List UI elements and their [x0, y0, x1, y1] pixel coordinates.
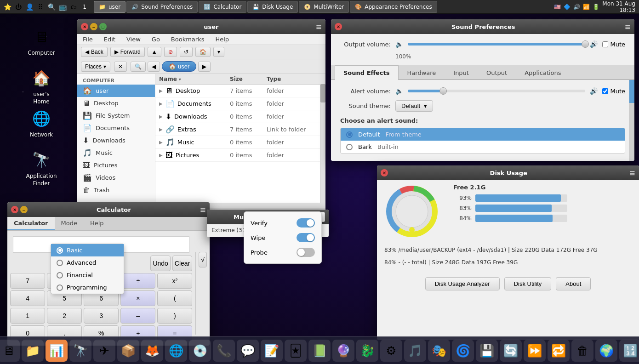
- dock-icon-calculator[interactable]: 🔢: [619, 340, 639, 362]
- undo-button[interactable]: Undo: [150, 256, 170, 271]
- mute-checkbox-output[interactable]: Mute: [602, 41, 625, 48]
- dock-icon-phone[interactable]: 📞: [213, 340, 235, 362]
- dock-icon-disc[interactable]: 💿: [189, 340, 211, 362]
- dock-icon-chart[interactable]: 📊: [46, 340, 68, 362]
- alert-item-bark[interactable]: Bark Built-in: [341, 141, 625, 153]
- dock-icon-msg[interactable]: 💬: [237, 340, 259, 362]
- filemanager-menu-icon[interactable]: ≡: [316, 23, 322, 31]
- dock-icon-steam[interactable]: 💾: [476, 340, 498, 362]
- refresh-button[interactable]: ↺: [180, 47, 193, 57]
- volume-icon[interactable]: 🔊: [573, 4, 580, 10]
- menu-bookmarks[interactable]: Bookmarks: [169, 35, 206, 44]
- menu-help[interactable]: Help: [213, 35, 231, 44]
- dock-icon-writer[interactable]: 🃏: [285, 340, 307, 362]
- calc-min-button[interactable]: –: [20, 206, 28, 213]
- filemanager-close-button[interactable]: ✕: [81, 23, 88, 30]
- sound-close-button[interactable]: ✕: [335, 23, 342, 30]
- desktop-icon-computer[interactable]: 🖥 Computer: [23, 23, 60, 60]
- btn-close-paren[interactable]: ): [157, 308, 192, 324]
- clear-button[interactable]: Clear: [172, 256, 192, 271]
- desktop-icon-home[interactable]: 🏠 user's Home: [23, 64, 60, 108]
- tab-mode[interactable]: Mode: [55, 217, 84, 230]
- sound-scrollbar[interactable]: [629, 80, 634, 161]
- sound-menu-icon[interactable]: ≡: [625, 23, 631, 31]
- file-row-music[interactable]: ▶ 🎵 Music 0 items folder: [155, 136, 325, 149]
- alert-volume-knob[interactable]: [439, 87, 447, 95]
- user-icon[interactable]: 👤: [25, 2, 34, 11]
- dock-icon-vlc[interactable]: 🎭: [428, 340, 450, 362]
- dock-icon-firefox[interactable]: 🦊: [141, 340, 163, 362]
- dock-icon-trash[interactable]: 🗑: [571, 340, 593, 362]
- forward-button[interactable]: ▶ Forward: [110, 47, 145, 57]
- calc-menu-icon[interactable]: ≡: [200, 205, 206, 214]
- wipe-toggle[interactable]: [297, 233, 315, 242]
- sidebar-item-documents[interactable]: 📄 Documents: [77, 122, 155, 134]
- dock-icon-chrome[interactable]: 🌐: [165, 340, 187, 362]
- about-button[interactable]: About: [556, 277, 591, 290]
- mute-check-alert[interactable]: [602, 88, 608, 94]
- tab-applications[interactable]: Applications: [516, 65, 570, 80]
- breadcrumb-right-button[interactable]: ▶: [198, 62, 211, 72]
- file-row-documents[interactable]: ▶ 📄 Documents 0 items folder: [155, 97, 325, 110]
- sidebar-item-user[interactable]: 🏠 user: [77, 85, 155, 97]
- menu-view[interactable]: View: [125, 35, 143, 44]
- breadcrumb-left-button[interactable]: ◀: [148, 62, 160, 72]
- sidebar-item-trash[interactable]: 🗑 Trash: [77, 184, 155, 196]
- mode-basic[interactable]: Basic: [51, 244, 124, 256]
- fm-scrollbar[interactable]: [320, 84, 325, 203]
- taskbar-app-appearance[interactable]: 🎨Appearance Preferences: [350, 1, 437, 13]
- disk-utility-button[interactable]: Disk Utility: [504, 277, 552, 290]
- dock-icon-qbittorrent[interactable]: 🌀: [452, 340, 474, 362]
- mode-financial[interactable]: Financial: [51, 269, 124, 281]
- apps-icon[interactable]: ⠿: [36, 2, 45, 11]
- disk-menu-icon[interactable]: ≡: [629, 169, 635, 177]
- window-num[interactable]: 1: [80, 2, 89, 11]
- btn-sub[interactable]: –: [120, 308, 155, 324]
- desktop-icon-appfinder[interactable]: 🔭 ApplicationFinder: [23, 146, 60, 190]
- output-volume-slider[interactable]: [408, 43, 585, 46]
- sidebar-item-music[interactable]: 🎵 Music: [77, 147, 155, 159]
- verify-toggle[interactable]: [297, 218, 315, 228]
- btn-x2[interactable]: x²: [157, 273, 192, 289]
- dock-icon-word[interactable]: 📝: [261, 340, 283, 362]
- breadcrumb-search-button[interactable]: 🔍: [131, 62, 146, 72]
- btn-4[interactable]: 4: [10, 290, 45, 306]
- btn-1[interactable]: 1: [10, 308, 45, 324]
- tab-calc-help[interactable]: Help: [84, 217, 110, 230]
- terminal-icon[interactable]: 📺: [58, 2, 67, 11]
- dock-icon-plane[interactable]: ✈: [93, 340, 115, 362]
- power-icon[interactable]: ⏻: [14, 2, 23, 11]
- menu-edit[interactable]: Edit: [102, 35, 117, 44]
- dock-icon-impress[interactable]: 🔮: [332, 340, 354, 362]
- breadcrumb-user[interactable]: 🏠 user: [162, 61, 196, 72]
- home-nav-button[interactable]: 🏠: [195, 47, 211, 57]
- dock-icon-monitor[interactable]: 🖥: [0, 340, 20, 362]
- taskbar-app-calculator[interactable]: 🔢Calculator: [199, 1, 246, 13]
- mute-checkbox-alert[interactable]: Mute: [602, 88, 625, 95]
- btn-mul[interactable]: ×: [120, 290, 155, 306]
- places-button[interactable]: Places ▾: [81, 62, 110, 72]
- probe-toggle[interactable]: [297, 248, 315, 257]
- dock-icon-files[interactable]: 📁: [22, 340, 44, 362]
- menu-go[interactable]: Go: [150, 35, 162, 44]
- dock-icon-time[interactable]: 🔄: [500, 340, 522, 362]
- taskbar-app-disk[interactable]: 💾Disk Usage: [247, 1, 298, 13]
- tab-sound-effects[interactable]: Sound Effects: [335, 65, 399, 80]
- alert-volume-slider[interactable]: [408, 90, 585, 92]
- files-icon[interactable]: 🗂: [69, 2, 78, 11]
- mode-programming[interactable]: Programming: [51, 281, 124, 294]
- file-row-desktop[interactable]: ▶ 🖥 Desktop 7 items folder: [155, 85, 325, 97]
- dock-icon-sheets[interactable]: 📗: [308, 340, 331, 362]
- nav-close-button[interactable]: ✕: [114, 62, 127, 72]
- sidebar-item-filesystem[interactable]: 💾 File System: [77, 109, 155, 122]
- dock-icon-forward[interactable]: ⏩: [524, 340, 546, 362]
- tab-hardware[interactable]: Hardware: [399, 65, 445, 80]
- mode-advanced[interactable]: Advanced: [51, 256, 124, 269]
- tab-output[interactable]: Output: [478, 65, 516, 80]
- sidebar-item-desktop[interactable]: 🖥 Desktop: [77, 97, 155, 109]
- taskbar-app-multiwriter[interactable]: 📀MultiWriter: [299, 1, 349, 13]
- up-button[interactable]: ▲: [148, 47, 161, 57]
- btn-7[interactable]: 7: [10, 273, 45, 289]
- calc-close-button[interactable]: ✕: [11, 206, 18, 213]
- menu-file[interactable]: File: [81, 35, 95, 44]
